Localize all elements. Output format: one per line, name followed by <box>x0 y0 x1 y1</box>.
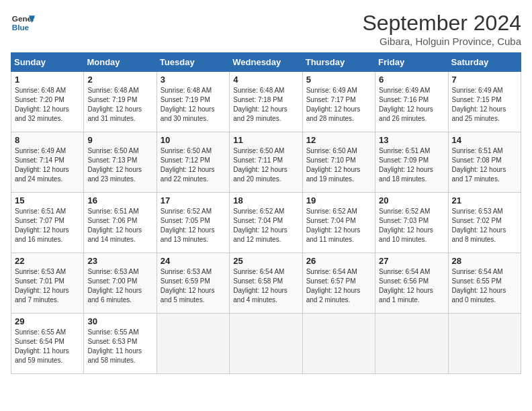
day-number: 3 <box>161 75 226 85</box>
day-info: Sunrise: 6:53 AM Sunset: 7:02 PM Dayligh… <box>452 207 517 244</box>
weekday-header-thursday: Thursday <box>302 53 375 72</box>
calendar-cell: 14Sunrise: 6:51 AM Sunset: 7:08 PM Dayli… <box>448 132 521 193</box>
day-number: 12 <box>306 135 371 145</box>
svg-text:Blue: Blue <box>12 23 30 32</box>
day-number: 20 <box>379 195 444 205</box>
calendar-cell: 6Sunrise: 6:49 AM Sunset: 7:16 PM Daylig… <box>375 72 448 132</box>
day-info: Sunrise: 6:52 AM Sunset: 7:03 PM Dayligh… <box>379 207 444 244</box>
day-info: Sunrise: 6:51 AM Sunset: 7:09 PM Dayligh… <box>379 146 444 184</box>
day-number: 5 <box>306 75 371 85</box>
weekday-header-wednesday: Wednesday <box>230 53 302 72</box>
day-number: 27 <box>379 256 444 266</box>
calendar-cell: 25Sunrise: 6:54 AM Sunset: 6:58 PM Dayli… <box>230 253 302 314</box>
weekday-header-sunday: Sunday <box>11 53 84 72</box>
day-number: 29 <box>15 316 80 326</box>
day-info: Sunrise: 6:50 AM Sunset: 7:10 PM Dayligh… <box>306 146 371 184</box>
calendar-cell: 27Sunrise: 6:54 AM Sunset: 6:56 PM Dayli… <box>375 253 448 314</box>
day-info: Sunrise: 6:48 AM Sunset: 7:19 PM Dayligh… <box>87 86 152 124</box>
calendar-cell: 1Sunrise: 6:48 AM Sunset: 7:20 PM Daylig… <box>11 72 84 132</box>
calendar-week-row: 22Sunrise: 6:53 AM Sunset: 7:01 PM Dayli… <box>11 253 521 314</box>
day-info: Sunrise: 6:55 AM Sunset: 6:53 PM Dayligh… <box>87 328 152 365</box>
day-number: 22 <box>15 256 80 266</box>
day-number: 15 <box>15 195 80 205</box>
calendar-cell: 13Sunrise: 6:51 AM Sunset: 7:09 PM Dayli… <box>375 132 448 193</box>
day-number: 4 <box>233 75 298 85</box>
weekday-header-saturday: Saturday <box>448 53 521 72</box>
calendar-week-row: 15Sunrise: 6:51 AM Sunset: 7:07 PM Dayli… <box>11 193 521 253</box>
day-info: Sunrise: 6:48 AM Sunset: 7:20 PM Dayligh… <box>15 86 80 124</box>
calendar-cell: 29Sunrise: 6:55 AM Sunset: 6:54 PM Dayli… <box>11 314 84 374</box>
day-number: 30 <box>87 316 152 326</box>
calendar-cell: 10Sunrise: 6:50 AM Sunset: 7:12 PM Dayli… <box>157 132 229 193</box>
day-info: Sunrise: 6:52 AM Sunset: 7:04 PM Dayligh… <box>233 207 298 244</box>
calendar-cell: 22Sunrise: 6:53 AM Sunset: 7:01 PM Dayli… <box>11 253 84 314</box>
day-info: Sunrise: 6:55 AM Sunset: 6:54 PM Dayligh… <box>15 328 80 365</box>
logo-icon: General Blue <box>11 11 35 35</box>
weekday-header-tuesday: Tuesday <box>157 53 229 72</box>
calendar-cell: 3Sunrise: 6:48 AM Sunset: 7:19 PM Daylig… <box>157 72 229 132</box>
day-info: Sunrise: 6:53 AM Sunset: 7:01 PM Dayligh… <box>15 267 80 305</box>
title-area: September 2024 Gibara, Holguin Province,… <box>362 11 521 47</box>
calendar-cell <box>375 314 448 374</box>
calendar-cell: 15Sunrise: 6:51 AM Sunset: 7:07 PM Dayli… <box>11 193 84 253</box>
calendar-cell: 2Sunrise: 6:48 AM Sunset: 7:19 PM Daylig… <box>84 72 157 132</box>
calendar-cell: 4Sunrise: 6:48 AM Sunset: 7:18 PM Daylig… <box>230 72 302 132</box>
day-info: Sunrise: 6:53 AM Sunset: 7:00 PM Dayligh… <box>87 267 152 305</box>
logo: General Blue <box>11 11 35 35</box>
day-number: 14 <box>452 135 517 145</box>
calendar-cell: 11Sunrise: 6:50 AM Sunset: 7:11 PM Dayli… <box>230 132 302 193</box>
calendar-cell: 26Sunrise: 6:54 AM Sunset: 6:57 PM Dayli… <box>302 253 375 314</box>
day-number: 21 <box>452 195 517 205</box>
day-info: Sunrise: 6:49 AM Sunset: 7:14 PM Dayligh… <box>15 146 80 184</box>
day-number: 16 <box>87 195 152 205</box>
calendar-table: SundayMondayTuesdayWednesdayThursdayFrid… <box>11 52 521 374</box>
header: General Blue September 2024 Gibara, Holg… <box>11 11 521 47</box>
calendar-body: 1Sunrise: 6:48 AM Sunset: 7:20 PM Daylig… <box>11 72 521 374</box>
day-info: Sunrise: 6:51 AM Sunset: 7:08 PM Dayligh… <box>452 146 517 184</box>
calendar-cell: 20Sunrise: 6:52 AM Sunset: 7:03 PM Dayli… <box>375 193 448 253</box>
calendar-cell: 16Sunrise: 6:51 AM Sunset: 7:06 PM Dayli… <box>84 193 157 253</box>
calendar-cell: 18Sunrise: 6:52 AM Sunset: 7:04 PM Dayli… <box>230 193 302 253</box>
day-number: 8 <box>15 135 80 145</box>
day-number: 24 <box>161 256 226 266</box>
calendar-week-row: 1Sunrise: 6:48 AM Sunset: 7:20 PM Daylig… <box>11 72 521 132</box>
location-subtitle: Gibara, Holguin Province, Cuba <box>362 36 521 47</box>
calendar-cell: 12Sunrise: 6:50 AM Sunset: 7:10 PM Dayli… <box>302 132 375 193</box>
day-number: 26 <box>306 256 371 266</box>
day-info: Sunrise: 6:54 AM Sunset: 6:55 PM Dayligh… <box>452 267 517 305</box>
calendar-cell: 21Sunrise: 6:53 AM Sunset: 7:02 PM Dayli… <box>448 193 521 253</box>
day-info: Sunrise: 6:54 AM Sunset: 6:58 PM Dayligh… <box>233 267 298 305</box>
calendar-cell <box>230 314 302 374</box>
day-info: Sunrise: 6:51 AM Sunset: 7:07 PM Dayligh… <box>15 207 80 244</box>
day-info: Sunrise: 6:48 AM Sunset: 7:18 PM Dayligh… <box>233 86 298 124</box>
calendar-cell: 23Sunrise: 6:53 AM Sunset: 7:00 PM Dayli… <box>84 253 157 314</box>
day-number: 7 <box>452 75 517 85</box>
day-number: 13 <box>379 135 444 145</box>
calendar-week-row: 8Sunrise: 6:49 AM Sunset: 7:14 PM Daylig… <box>11 132 521 193</box>
calendar-cell: 24Sunrise: 6:53 AM Sunset: 6:59 PM Dayli… <box>157 253 229 314</box>
day-info: Sunrise: 6:48 AM Sunset: 7:19 PM Dayligh… <box>161 86 226 124</box>
day-number: 6 <box>379 75 444 85</box>
day-number: 25 <box>233 256 298 266</box>
month-year-title: September 2024 <box>362 11 521 36</box>
calendar-cell: 17Sunrise: 6:52 AM Sunset: 7:05 PM Dayli… <box>157 193 229 253</box>
calendar-cell <box>157 314 229 374</box>
day-info: Sunrise: 6:52 AM Sunset: 7:04 PM Dayligh… <box>306 207 371 244</box>
day-number: 28 <box>452 256 517 266</box>
day-number: 1 <box>15 75 80 85</box>
calendar-cell: 5Sunrise: 6:49 AM Sunset: 7:17 PM Daylig… <box>302 72 375 132</box>
day-info: Sunrise: 6:54 AM Sunset: 6:57 PM Dayligh… <box>306 267 371 305</box>
day-info: Sunrise: 6:53 AM Sunset: 6:59 PM Dayligh… <box>161 267 226 305</box>
day-number: 11 <box>233 135 298 145</box>
day-number: 10 <box>161 135 226 145</box>
day-info: Sunrise: 6:50 AM Sunset: 7:12 PM Dayligh… <box>161 146 226 184</box>
day-number: 18 <box>233 195 298 205</box>
calendar-cell: 19Sunrise: 6:52 AM Sunset: 7:04 PM Dayli… <box>302 193 375 253</box>
day-info: Sunrise: 6:52 AM Sunset: 7:05 PM Dayligh… <box>161 207 226 244</box>
day-info: Sunrise: 6:51 AM Sunset: 7:06 PM Dayligh… <box>87 207 152 244</box>
day-info: Sunrise: 6:54 AM Sunset: 6:56 PM Dayligh… <box>379 267 444 305</box>
calendar-cell: 9Sunrise: 6:50 AM Sunset: 7:13 PM Daylig… <box>84 132 157 193</box>
day-number: 23 <box>87 256 152 266</box>
day-info: Sunrise: 6:50 AM Sunset: 7:13 PM Dayligh… <box>87 146 152 184</box>
calendar-cell: 8Sunrise: 6:49 AM Sunset: 7:14 PM Daylig… <box>11 132 84 193</box>
